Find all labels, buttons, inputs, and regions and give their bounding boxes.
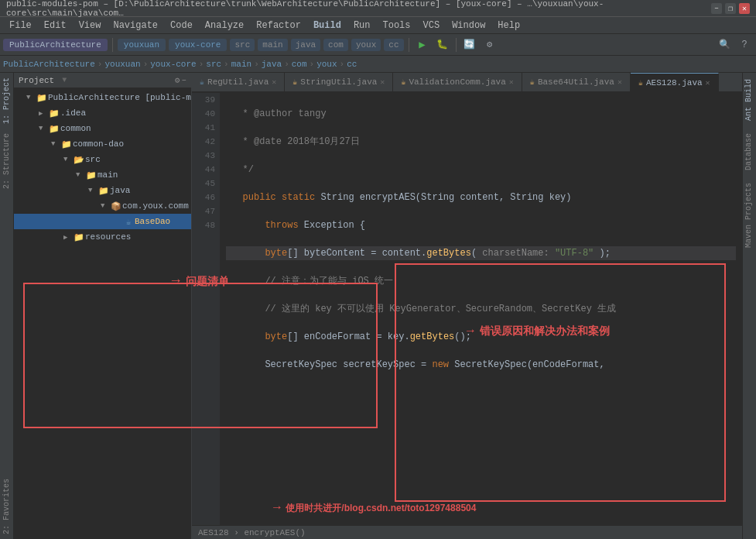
code-body[interactable]: * @author tangy * @date 2018年10月27日 */ p… bbox=[220, 93, 742, 525]
project-panel-settings[interactable]: ⚙ bbox=[175, 75, 180, 85]
right-tab-database[interactable]: Database bbox=[743, 127, 756, 177]
tab-validationcomm[interactable]: ☕ ValidationComm.java ✕ bbox=[393, 73, 522, 91]
tree-item-java[interactable]: ▼ 📁 java bbox=[14, 183, 191, 198]
code-line-42: public static String encryptAES(String c… bbox=[226, 191, 736, 204]
resources-folder-icon: 📁 bbox=[73, 232, 85, 242]
project-selector[interactable]: PublicArchitecture bbox=[3, 39, 108, 51]
code-content[interactable]: 39 40 41 42 43 44 45 46 47 48 * @author … bbox=[192, 93, 742, 525]
path-selector-com[interactable]: com bbox=[323, 39, 348, 51]
path-selector-main[interactable]: main bbox=[258, 39, 287, 51]
tab-aes128-close[interactable]: ✕ bbox=[706, 78, 710, 88]
line-numbers: 39 40 41 42 43 44 45 46 47 48 bbox=[192, 93, 220, 525]
breadcrumb-main[interactable]: main bbox=[231, 60, 251, 69]
tree-item-common[interactable]: ▼ 📁 common bbox=[14, 121, 191, 136]
breadcrumb-com[interactable]: com bbox=[292, 60, 307, 69]
menu-build[interactable]: Build bbox=[307, 19, 347, 33]
tab-aes128[interactable]: ☕ AES128.java ✕ bbox=[631, 73, 719, 91]
common-dao-folder-icon: 📁 bbox=[60, 139, 73, 149]
restore-button[interactable]: ❐ bbox=[725, 3, 736, 14]
tree-basedao-label: BaseDao bbox=[135, 217, 170, 226]
tree-common-dao-label: common-dao bbox=[73, 139, 124, 149]
code-line-44: byte[] byteContent = content.getBytes( c… bbox=[226, 246, 736, 260]
path-selector-cc[interactable]: cc bbox=[384, 39, 403, 51]
left-panel-tabs: 1: Project 2: Structure 2: Favorites bbox=[0, 73, 14, 539]
tab-base64util[interactable]: ☕ Base64Util.java ✕ bbox=[522, 73, 631, 91]
tab-regutil-close[interactable]: ✕ bbox=[272, 77, 276, 87]
menu-vcs[interactable]: VCS bbox=[417, 19, 446, 33]
tab-validationcomm-close[interactable]: ✕ bbox=[509, 77, 514, 87]
path-selector-java[interactable]: java bbox=[291, 39, 320, 51]
project-panel-collapse[interactable]: – bbox=[181, 75, 186, 85]
tab-regutil-icon: ☕ bbox=[200, 77, 204, 87]
tab-stringutil-close[interactable]: ✕ bbox=[380, 77, 385, 87]
breadcrumb-src[interactable]: src bbox=[206, 60, 221, 69]
close-button[interactable]: ✕ bbox=[739, 3, 750, 14]
help-button[interactable]: ? bbox=[736, 36, 753, 53]
code-line-41: */ bbox=[226, 163, 736, 177]
breadcrumb-youx-core[interactable]: youx-core bbox=[150, 60, 196, 69]
right-tab-ant-build[interactable]: Ant Build bbox=[743, 73, 756, 127]
menu-tools[interactable]: Tools bbox=[377, 19, 417, 33]
left-tab-favorites[interactable]: 2: Favorites bbox=[2, 474, 12, 539]
breadcrumb-project[interactable]: PublicArchitecture bbox=[3, 60, 95, 69]
menu-code[interactable]: Code bbox=[164, 19, 199, 33]
menu-file[interactable]: File bbox=[3, 19, 38, 33]
tree-java-label: java bbox=[110, 186, 130, 195]
path-selector-youx[interactable]: youx bbox=[351, 39, 381, 51]
menu-run[interactable]: Run bbox=[347, 19, 377, 33]
tree-item-src[interactable]: ▼ 📂 src bbox=[14, 152, 191, 167]
window-title: public-modules-pom – [D:\PublicArchitect… bbox=[6, 0, 711, 18]
run-button[interactable]: ▶ bbox=[414, 36, 431, 53]
menu-window[interactable]: Window bbox=[446, 19, 491, 33]
module-selector-1[interactable]: youxuan bbox=[118, 39, 166, 51]
main-layout: 1: Project 2: Structure 2: Favorites Pro… bbox=[0, 73, 756, 539]
tree-item-root[interactable]: ▼ 📁 PublicArchitecture [public-modules- bbox=[14, 90, 191, 105]
menu-edit[interactable]: Edit bbox=[38, 19, 73, 33]
menu-navigate[interactable]: Navigate bbox=[107, 19, 164, 33]
right-tab-maven[interactable]: Maven Projects bbox=[743, 177, 756, 254]
menu-analyze[interactable]: Analyze bbox=[199, 19, 250, 33]
tab-base64util-label: Base64Util.java bbox=[538, 77, 614, 87]
settings-button[interactable]: ⚙ bbox=[481, 36, 498, 53]
breadcrumb-cc[interactable]: cc bbox=[347, 60, 357, 69]
menu-view[interactable]: View bbox=[73, 19, 108, 33]
tree-idea-label: .idea bbox=[60, 108, 86, 118]
tree-item-idea[interactable]: ▶ 📁 .idea bbox=[14, 105, 191, 121]
tab-regutil-label: RegUtil.java bbox=[207, 77, 269, 87]
tree-common-label: common bbox=[60, 124, 91, 133]
sync-button[interactable]: 🔄 bbox=[461, 36, 478, 53]
common-folder-icon: 📁 bbox=[48, 124, 60, 134]
tree-root-label: PublicArchitecture [public-modules- bbox=[48, 93, 191, 102]
tab-regutil[interactable]: ☕ RegUtil.java ✕ bbox=[192, 73, 285, 91]
tab-stringutil[interactable]: ☕ StringUtil.java ✕ bbox=[285, 73, 393, 91]
root-folder-icon: 📁 bbox=[36, 93, 48, 103]
breadcrumb-youxuan[interactable]: youxuan bbox=[104, 60, 140, 69]
menu-help[interactable]: Help bbox=[491, 19, 526, 33]
code-line-48: SecretKeySpec secretKeySpec = new Secret… bbox=[226, 358, 736, 372]
breadcrumb-youx[interactable]: youx bbox=[316, 60, 337, 69]
debug-button[interactable]: 🐛 bbox=[434, 36, 451, 53]
code-line-40: * @date 2018年10月27日 bbox=[226, 135, 736, 149]
tree-item-package[interactable]: ▼ 📦 com.youx.comm bbox=[14, 198, 191, 214]
left-tab-structure[interactable]: 2: Structure bbox=[2, 129, 12, 194]
path-selector-src[interactable]: src bbox=[230, 39, 255, 51]
tab-stringutil-icon: ☕ bbox=[292, 77, 297, 87]
minimize-button[interactable]: – bbox=[711, 3, 722, 14]
search-everywhere-button[interactable]: 🔍 bbox=[716, 36, 733, 53]
left-tab-project[interactable]: 1: Project bbox=[2, 73, 12, 129]
tree-item-main[interactable]: ▼ 📁 main bbox=[14, 167, 191, 183]
breadcrumb-java[interactable]: java bbox=[262, 60, 282, 69]
editor-area: ☕ RegUtil.java ✕ ☕ StringUtil.java ✕ ☕ V… bbox=[192, 73, 742, 539]
code-line-39: * @author tangy bbox=[226, 107, 736, 121]
code-line-43: throws Exception { bbox=[226, 218, 736, 232]
tab-base64util-close[interactable]: ✕ bbox=[617, 77, 622, 87]
tree-item-basedao[interactable]: ▶ ☕ BaseDao bbox=[14, 214, 191, 229]
toolbar-sep-1 bbox=[112, 38, 113, 52]
tree-item-common-dao[interactable]: ▼ 📁 common-dao bbox=[14, 136, 191, 152]
toolbar-sep-2 bbox=[409, 38, 409, 52]
tree-package-label: com.youx.comm bbox=[122, 201, 189, 211]
menu-refactor[interactable]: Refactor bbox=[250, 19, 307, 33]
tree-item-resources[interactable]: ▶ 📁 resources bbox=[14, 229, 191, 245]
tab-stringutil-label: StringUtil.java bbox=[300, 77, 377, 87]
module-selector-2[interactable]: youx-core bbox=[169, 39, 227, 51]
